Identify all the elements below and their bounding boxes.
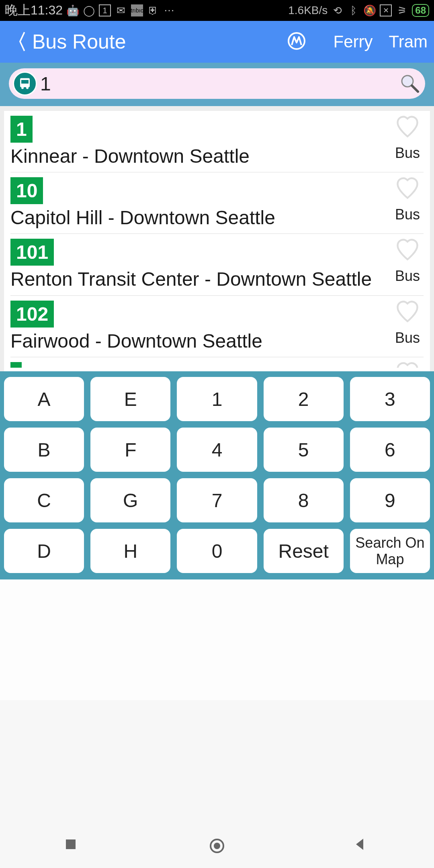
heart-icon[interactable] — [395, 116, 420, 137]
key-8[interactable]: 8 — [264, 478, 344, 522]
svg-point-4 — [26, 87, 29, 89]
route-number-badge: 102 — [10, 301, 54, 328]
search-on-map-button[interactable]: Search On Map — [350, 529, 430, 573]
key-2[interactable]: 2 — [264, 377, 344, 421]
route-type: Bus — [395, 268, 420, 285]
key-D[interactable]: D — [4, 529, 84, 573]
search-input[interactable] — [37, 73, 399, 95]
key-G[interactable]: G — [90, 478, 170, 522]
home-icon[interactable] — [207, 836, 227, 856]
app-header: 〈 Bus Route Ferry Tram — [0, 21, 434, 63]
recent-apps-icon[interactable] — [63, 836, 82, 856]
search-field[interactable] — [9, 68, 425, 99]
status-left: 晚上11:32 🤖 ◯ 1 ✉ trıbıc ⛨ ⋯ — [5, 2, 175, 19]
key-6[interactable]: 6 — [350, 428, 430, 472]
metro-icon[interactable] — [287, 31, 306, 52]
bluetooth-icon: ᛒ — [348, 4, 360, 16]
results-area: 1 Kinnear - Downtown Seattle Bus 10 Capi… — [0, 106, 434, 371]
key-E[interactable]: E — [90, 377, 170, 421]
route-item[interactable]: 1 Kinnear - Downtown Seattle Bus — [10, 111, 424, 172]
back-icon[interactable]: 〈 — [6, 31, 27, 52]
search-area — [0, 63, 434, 106]
key-F[interactable]: F — [90, 428, 170, 472]
search-icon[interactable] — [399, 72, 421, 95]
route-item[interactable]: 10 Capitol Hill - Downtown Seattle Bus — [10, 172, 424, 234]
route-number-badge: 10 — [10, 177, 43, 204]
page-title: Bus Route — [32, 30, 126, 53]
route-number-badge: 101 — [10, 239, 54, 266]
route-type: Bus — [395, 145, 420, 162]
svg-point-9 — [214, 843, 220, 849]
reset-button[interactable]: Reset — [264, 529, 344, 573]
status-bar: 晚上11:32 🤖 ◯ 1 ✉ trıbıc ⛨ ⋯ 1.6KB/s ⟲ ᛒ 🔕… — [0, 0, 434, 21]
blank-area — [0, 579, 434, 700]
app-icon: trıbıc — [131, 4, 143, 16]
key-3[interactable]: 3 — [350, 377, 430, 421]
svg-rect-7 — [66, 839, 76, 849]
svg-rect-2 — [21, 80, 29, 84]
heart-icon[interactable] — [395, 301, 420, 322]
keypad: A E 1 2 3 B F 4 5 6 C G 7 8 9 D H 0 Rese… — [0, 371, 434, 579]
key-0[interactable]: 0 — [177, 529, 257, 573]
heart-icon[interactable] — [395, 177, 420, 199]
route-description: Capitol Hill - Downtown Seattle — [10, 207, 391, 229]
results-card: 1 Kinnear - Downtown Seattle Bus 10 Capi… — [4, 111, 430, 371]
heart-icon[interactable] — [395, 362, 420, 368]
android-icon: 🤖 — [67, 4, 79, 16]
key-B[interactable]: B — [4, 428, 84, 472]
bus-icon — [13, 72, 37, 96]
route-type: Bus — [395, 206, 420, 223]
back-nav-icon[interactable] — [352, 836, 371, 856]
route-item[interactable]: 101 Renton Transit Center - Downtown Sea… — [10, 234, 424, 295]
key-9[interactable]: 9 — [350, 478, 430, 522]
sync-icon: ⟲ — [332, 4, 344, 16]
svg-line-6 — [412, 86, 418, 92]
route-description: Kinnear - Downtown Seattle — [10, 145, 391, 167]
mail-icon: ✉ — [115, 4, 127, 16]
square-1-icon: 1 — [99, 4, 111, 16]
route-description: Fairwood - Downtown Seattle — [10, 330, 391, 352]
key-H[interactable]: H — [90, 529, 170, 573]
wifi-icon: ⚞ — [396, 4, 408, 16]
status-time: 晚上11:32 — [5, 2, 63, 19]
key-4[interactable]: 4 — [177, 428, 257, 472]
route-item[interactable]: 102 Fairwood - Downtown Seattle Bus — [10, 296, 424, 357]
route-type: Bus — [395, 330, 420, 346]
route-number-badge: 1 — [10, 116, 33, 143]
net-speed: 1.6KB/s — [288, 4, 328, 17]
route-description: Renton Transit Center - Downtown Seattle — [10, 268, 391, 290]
route-item[interactable] — [10, 357, 424, 371]
vibrate-icon: ✕ — [380, 4, 392, 16]
tram-link[interactable]: Tram — [389, 32, 428, 51]
more-icon: ⋯ — [163, 4, 175, 16]
dnd-icon: 🔕 — [364, 4, 376, 16]
heart-icon[interactable] — [395, 239, 420, 260]
route-number-badge — [10, 362, 22, 368]
key-5[interactable]: 5 — [264, 428, 344, 472]
circle-icon: ◯ — [83, 4, 95, 16]
key-1[interactable]: 1 — [177, 377, 257, 421]
battery-indicator: 68 — [412, 4, 429, 17]
svg-point-3 — [21, 87, 24, 89]
key-7[interactable]: 7 — [177, 478, 257, 522]
ferry-link[interactable]: Ferry — [334, 32, 373, 51]
shield-icon: ⛨ — [147, 4, 159, 16]
status-right: 1.6KB/s ⟲ ᛒ 🔕 ✕ ⚞ 68 — [288, 4, 429, 17]
key-A[interactable]: A — [4, 377, 84, 421]
key-C[interactable]: C — [4, 478, 84, 522]
system-nav-bar — [0, 824, 434, 868]
